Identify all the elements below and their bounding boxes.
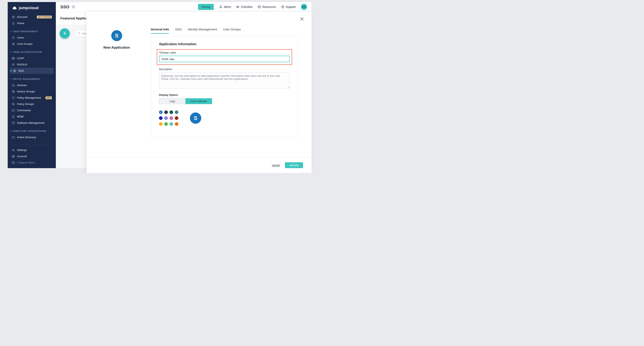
color-swatch[interactable] [170,110,173,114]
sidebar-item-label: Policy Management [17,96,41,99]
chevron-down-icon: ▾ [10,31,12,32]
sidebar-item-label: Active Directory [17,136,36,139]
sidebar-item-radius[interactable]: RADIUS [10,61,54,68]
sidebar-section-directory-integrations[interactable]: ▾ DIRECTORY INTEGRATIONS [10,128,54,134]
cancel-link[interactable]: cancel [272,164,280,167]
color-indicator-toggle-button[interactable]: Color Indicator [186,98,212,104]
info-icon[interactable] [72,5,75,9]
panel-footer: cancel activate [86,157,312,173]
color-swatch[interactable] [170,116,173,120]
sidebar-item-label: User Groups [17,42,32,45]
sidebar-item-label: Account [17,155,27,158]
sidebar-item-label: MDM [17,115,24,118]
section-title: DIRECTORY INTEGRATIONS [13,130,46,132]
sidebar-item-label: Home [17,22,24,25]
close-icon[interactable] [300,17,304,21]
sidebar-section-user-authentication[interactable]: ▾ USER AUTHENTICATION [10,49,54,55]
application-information-card: Application Information *Display Label D… [151,37,298,137]
logo-toggle-button[interactable]: Logo [159,98,186,104]
sidebar-item-label: RADIUS [17,63,27,66]
sidebar-item-sso[interactable]: SSO [10,68,54,74]
color-swatch[interactable] [170,122,173,126]
tab-user-groups[interactable]: User Groups [223,28,241,34]
top-bar-actions: Pricing Alerts Checklist Resources Suppo… [198,4,307,10]
support-button[interactable]: Support [281,5,296,9]
activate-button[interactable]: activate [285,162,303,168]
sidebar-divider [11,145,52,145]
add-application-button[interactable]: + [60,28,70,39]
support-label: Support [286,5,296,9]
card-title: Application Information [159,42,290,46]
sidebar-item-software-management[interactable]: Software Management [10,120,54,126]
search-icon [78,32,81,35]
chevron-down-icon: ▾ [10,78,12,80]
color-swatch[interactable] [175,116,178,120]
alerts-button[interactable]: Alerts [219,5,231,9]
color-swatch[interactable] [175,110,178,114]
sidebar-item-discover[interactable]: Discover GET STARTED [10,14,54,20]
color-swatch[interactable] [159,116,162,120]
new-application-panel: S New Application General Info SSO Ident… [86,12,312,173]
account-icon [12,155,15,158]
checklist-button[interactable]: Checklist [236,5,252,9]
sidebar-item-collapse-menu[interactable]: Collapse Menu [10,159,54,166]
folder-icon [12,136,15,139]
tab-sso[interactable]: SSO [175,28,182,34]
tab-identity-management[interactable]: Identity Management [188,28,217,34]
new-badge: NEW [46,96,52,99]
plus-icon: + [63,30,66,36]
avatar[interactable]: KK [301,4,307,10]
chevron-down-icon: ▾ [10,130,12,132]
sidebar-item-commands[interactable]: Commands [10,107,54,113]
sidebar-item-device-groups[interactable]: Device Groups [10,88,54,95]
display-label-input[interactable] [159,56,290,62]
color-swatch[interactable] [175,122,178,126]
box-icon [12,121,15,125]
jumpcloud-logo[interactable]: jumpcloud [8,2,56,13]
collapse-arrow-icon [12,161,15,164]
phone-icon [12,115,15,118]
shield-icon [12,96,15,99]
sidebar-item-policy-management[interactable]: Policy Management NEW [10,95,54,101]
panel-tabs: General Info SSO Identity Management Use… [151,28,241,34]
user-icon [12,36,15,39]
color-swatch[interactable] [159,122,162,126]
tab-general-info[interactable]: General Info [151,28,169,34]
sidebar-item-user-groups[interactable]: User Groups [10,41,54,47]
active-indicator-dot [10,70,12,72]
sidebar-nav: Discover GET STARTED Home ▾ USER MANAGEM… [8,13,56,143]
color-swatch[interactable] [164,110,168,114]
sidebar-item-label: LDAP [17,57,24,60]
discover-icon [12,15,15,19]
color-preview-circle: S [190,112,201,124]
sidebar-item-ldap[interactable]: LDAP [10,55,54,61]
sidebar-item-settings[interactable]: Settings [10,147,54,153]
color-swatch[interactable] [164,122,168,126]
sidebar-item-mdm[interactable]: MDM [10,113,54,120]
checklist-label: Checklist [241,5,252,9]
sidebar-item-label: Device Groups [17,90,35,93]
app-screen: jumpcloud Discover GET STARTED Home ▾ US… [0,0,322,173]
sidebar-item-label: Software Management [17,121,44,124]
terminal-icon [12,109,15,112]
sidebar-section-device-management[interactable]: ▾ DEVICE MANAGEMENT [10,76,54,82]
sidebar-item-users[interactable]: Users [10,35,54,41]
resources-button[interactable]: Resources [258,5,276,9]
sidebar-item-active-directory[interactable]: Active Directory [10,134,54,140]
color-swatch-selected[interactable] [159,110,162,114]
top-bar: SSO Pricing Alerts Checklist Resources S… [56,2,312,12]
sidebar-item-policy-groups[interactable]: Policy Groups [10,101,54,107]
section-title: USER MANAGEMENT [13,30,38,33]
color-swatch[interactable] [164,116,168,120]
color-picker-row: S [159,109,290,127]
display-label-annotation-box: *Display Label [157,49,292,65]
pricing-button[interactable]: Pricing [198,4,214,10]
description-textarea[interactable] [159,72,290,89]
gear-icon [12,148,15,152]
sidebar-item-home[interactable]: Home [10,20,54,26]
sidebar-item-label: Users [17,36,24,39]
book-icon [258,5,261,9]
sidebar-item-devices[interactable]: Devices [10,82,54,88]
sidebar-section-user-management[interactable]: ▾ USER MANAGEMENT [10,28,54,35]
sidebar-item-account[interactable]: Account [10,153,54,159]
